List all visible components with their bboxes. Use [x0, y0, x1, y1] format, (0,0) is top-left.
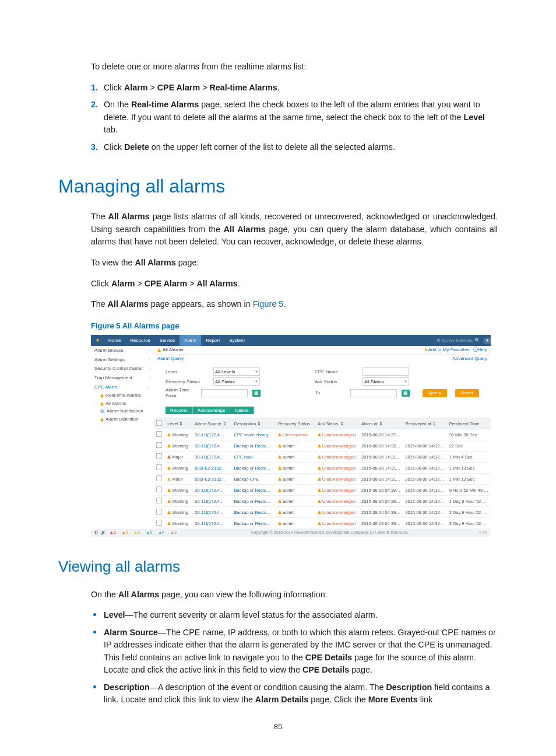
row-checkbox[interactable]	[156, 464, 162, 470]
calendar-icon[interactable]: ▦	[402, 390, 410, 397]
cell-description[interactable]: Backup or Resto...	[232, 496, 276, 507]
level-select[interactable]: All Levels▼	[213, 368, 260, 376]
nav-resource[interactable]: Resource	[125, 335, 154, 346]
calendar-icon[interactable]: ▦	[252, 390, 261, 397]
side-cpe-alarm[interactable]: CPE Alarm⌄	[91, 383, 154, 392]
status-icon	[318, 433, 321, 436]
alarms-table: Level ⇕Alarm Source ⇕Description ⇕Recove…	[154, 418, 491, 529]
cell-source[interactable]: 000FE2-2102...	[192, 474, 231, 485]
sub-definition[interactable]: Alarm Definition	[91, 415, 154, 424]
reset-button[interactable]: Reset	[455, 389, 479, 397]
cpe-name-input[interactable]	[363, 368, 409, 376]
row-checkbox[interactable]	[156, 487, 162, 492]
side-security-control[interactable]: Security Control Center›	[91, 364, 154, 373]
ack-status-select[interactable]: All Status▼	[363, 377, 409, 386]
query-button[interactable]: Query	[423, 389, 447, 397]
sub-all-alarms[interactable]: All Alarms	[91, 400, 154, 408]
help-icon: ⓘ	[473, 347, 478, 352]
side-trap-management[interactable]: Trap Management›	[91, 373, 154, 383]
cell-alarm-at: 2015-08-05 04:39:...	[359, 496, 403, 507]
row-checkbox[interactable]	[156, 453, 162, 459]
cell-source[interactable]: 30-11f(172.4...	[192, 452, 231, 463]
col-header[interactable]	[154, 418, 165, 429]
nav-service[interactable]: Service	[155, 335, 180, 346]
query-devices[interactable]: ⚙Query Devices🔍	[433, 338, 484, 344]
nav-report[interactable]: Report	[201, 335, 224, 346]
cell-source[interactable]: 000FE2-2102...	[192, 463, 231, 474]
row-checkbox[interactable]	[156, 442, 162, 448]
acknowledge-button[interactable]: Acknowledge	[193, 407, 231, 415]
cell-persistent: 36 Min 39 Sec	[447, 429, 491, 440]
cell-source[interactable]: 30-11f(172.4...	[192, 485, 231, 496]
cell-description[interactable]: Backup or Resto...	[232, 440, 276, 452]
row-checkbox[interactable]	[156, 498, 162, 503]
chevron-right-icon: ›	[149, 357, 150, 362]
cell-recovered-at: 2015-08-06 14:32:48	[403, 440, 446, 452]
cell-source[interactable]: 30-11f(172.4...	[192, 507, 231, 518]
to-input[interactable]	[350, 389, 397, 397]
cell-ack: Unacknowledged	[315, 496, 359, 507]
status-icon	[278, 444, 281, 447]
level-icon	[167, 455, 171, 459]
col-header[interactable]: Recovered at ⇕	[403, 418, 446, 429]
advanced-query-link[interactable]: Advanced Query	[452, 356, 487, 362]
status-icon	[318, 488, 321, 492]
figure-link[interactable]: Figure 5	[253, 299, 283, 309]
col-header[interactable]: Ack Status ⇕	[315, 418, 359, 429]
cell-description[interactable]: Backup or Resto...	[232, 518, 276, 529]
row-checkbox[interactable]	[156, 520, 162, 526]
cell-ack: Unacknowledged	[315, 429, 359, 440]
cell-alarm-at: 2015-08-04 04:39:...	[359, 507, 403, 518]
cell-level: Warning	[165, 463, 192, 474]
sub-notification[interactable]: ▤Alarm Notification	[91, 407, 154, 415]
from-input[interactable]	[201, 389, 248, 397]
star-icon[interactable]: ★	[91, 338, 104, 344]
cell-ack: Unacknowledged	[315, 518, 359, 529]
step-num: 2.	[91, 99, 98, 111]
cell-source[interactable]: 30-11f(172.4...	[192, 440, 231, 452]
col-header[interactable]: Alarm Source ⇕	[192, 418, 231, 429]
nav-system[interactable]: System	[224, 335, 249, 346]
cell-description[interactable]: CPE boot.	[232, 452, 276, 463]
row-checkbox[interactable]	[156, 509, 162, 514]
dropdown-icon[interactable]: ▾	[484, 338, 491, 344]
row-checkbox[interactable]	[156, 475, 162, 481]
col-header[interactable]: Description ⇕	[232, 418, 276, 429]
add-favorites-link[interactable]: ★Add to My Favorites	[424, 347, 469, 352]
sub-realtime[interactable]: Real-time Alarms	[91, 391, 154, 400]
nav-home[interactable]: Home	[104, 335, 125, 346]
cell-source[interactable]: 30-11f(172.4...	[192, 429, 231, 440]
side-alarm-browse[interactable]: Alarm Browse›	[91, 346, 154, 355]
select-all-checkbox[interactable]	[156, 420, 162, 426]
col-header[interactable]: Persistent Time	[447, 418, 491, 429]
intro-steps: 1.Click Alarm > CPE Alarm > Real-time Al…	[91, 82, 498, 153]
cell-source[interactable]: 30-11f(172.4...	[192, 496, 231, 507]
gear-icon: ⚙	[437, 338, 441, 344]
main-panel: All Alarms ★Add to My FavoritesⓘHelp Ala…	[154, 346, 491, 529]
cell-description[interactable]: Backup or Resto...	[232, 463, 276, 474]
recovery-status-select[interactable]: All Status▼	[213, 377, 260, 386]
help-link[interactable]: ⓘHelp	[473, 347, 487, 352]
level-icon	[167, 488, 171, 492]
col-header[interactable]: Alarm at ⇕	[359, 418, 403, 429]
side-alarm-settings[interactable]: Alarm Settings›	[91, 355, 154, 365]
chevron-right-icon: ›	[149, 348, 150, 353]
cell-recovered-at: 2015-08-06 14:32:48	[403, 463, 446, 474]
cell-persistent: 27 Sec	[447, 440, 491, 452]
cell-source[interactable]: 30-11f(172.4...	[192, 518, 231, 529]
cell-description[interactable]: Backup or Resto...	[232, 507, 276, 518]
row-checkbox[interactable]	[156, 431, 162, 437]
cell-alarm-at: 2015-08-06 14:31:...	[359, 463, 403, 474]
status-icon	[318, 477, 321, 481]
cell-description[interactable]: CPE value chang...	[232, 429, 276, 440]
col-header[interactable]: Level ⇕	[165, 418, 192, 429]
cell-recovered-at: 2015-08-06 14:32:48	[403, 452, 446, 463]
recover-button[interactable]: Recover	[166, 407, 193, 415]
cell-description[interactable]: Backup CPE	[232, 474, 276, 485]
delete-button[interactable]: Delete	[230, 407, 254, 415]
cell-description[interactable]: Backup or Resto...	[232, 485, 276, 496]
level-icon	[167, 444, 171, 447]
col-header[interactable]: Recovery Status	[276, 418, 315, 429]
nav-alarm[interactable]: Alarm	[180, 335, 201, 346]
cell-recovered-at: 2015-08-06 14:32:48	[403, 474, 446, 485]
